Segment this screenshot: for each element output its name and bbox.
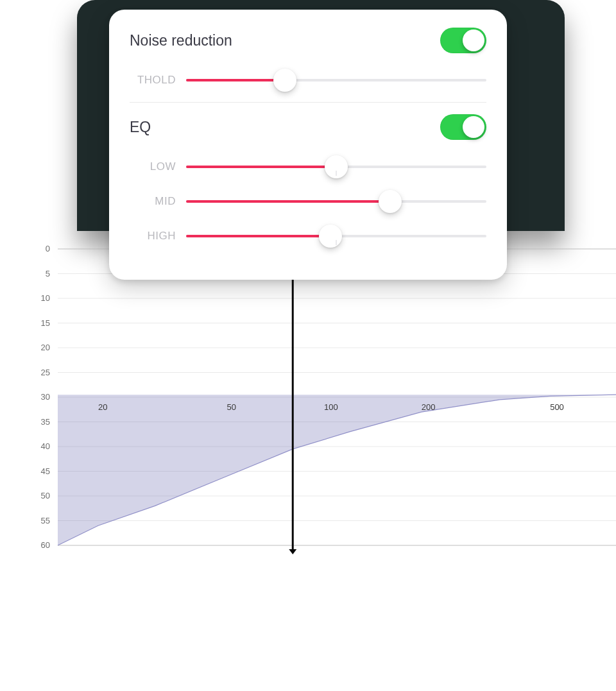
svg-text:10: 10: [41, 293, 50, 303]
spectrum-chart: 0510152025303540455055602050100200500: [0, 244, 616, 584]
slider-row-mid: MID: [130, 189, 486, 214]
svg-text:20: 20: [98, 402, 107, 412]
svg-text:55: 55: [41, 516, 50, 525]
svg-text:25: 25: [41, 368, 50, 377]
mid-label: MID: [130, 195, 176, 208]
svg-text:0: 0: [46, 244, 50, 253]
high-slider[interactable]: [186, 223, 486, 249]
slider-row-thold: THOLD: [130, 67, 486, 93]
slider-row-high: HIGH: [130, 223, 486, 249]
svg-text:15: 15: [41, 318, 50, 328]
svg-text:60: 60: [41, 540, 50, 550]
high-label: HIGH: [130, 230, 176, 243]
low-slider[interactable]: [186, 154, 486, 180]
eq-title: EQ: [130, 119, 151, 136]
thold-label: THOLD: [130, 74, 176, 87]
svg-text:40: 40: [41, 441, 50, 451]
eq-toggle[interactable]: [440, 114, 486, 140]
svg-text:35: 35: [41, 417, 50, 427]
section-divider: [130, 102, 486, 103]
audio-controls-card: Noise reduction THOLD EQ LOW: [109, 10, 507, 280]
slider-row-low: LOW: [130, 154, 486, 180]
svg-text:20: 20: [41, 343, 50, 352]
noise-reduction-toggle[interactable]: [440, 28, 486, 53]
noise-reduction-title: Noise reduction: [130, 32, 232, 49]
svg-text:100: 100: [324, 402, 338, 412]
svg-text:30: 30: [41, 392, 50, 402]
svg-text:50: 50: [227, 402, 235, 412]
low-label: LOW: [130, 160, 176, 173]
thold-slider[interactable]: [186, 67, 486, 93]
svg-text:5: 5: [46, 269, 50, 278]
mid-slider[interactable]: [186, 189, 486, 214]
svg-text:50: 50: [41, 491, 50, 500]
svg-text:200: 200: [422, 402, 436, 412]
svg-text:45: 45: [41, 466, 50, 476]
